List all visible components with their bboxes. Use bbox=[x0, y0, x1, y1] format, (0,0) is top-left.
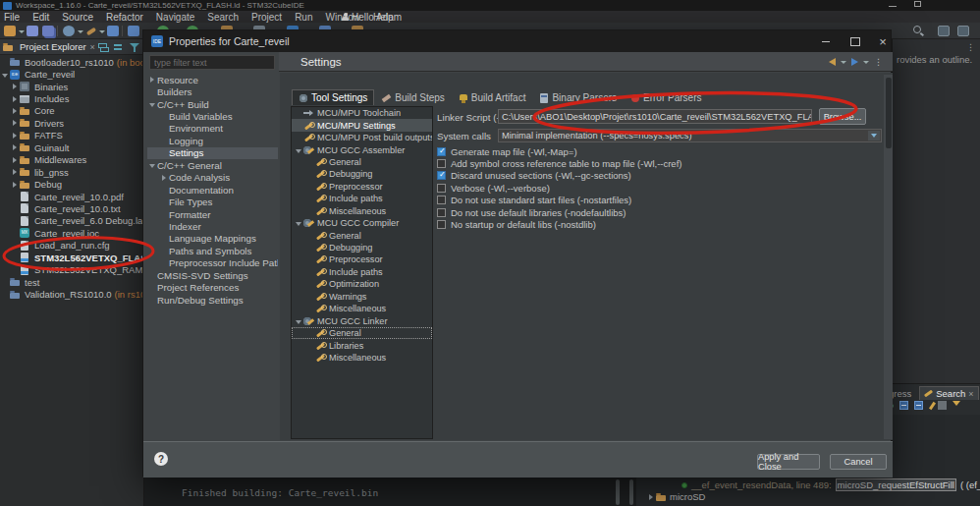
tree-item[interactable]: Drivers bbox=[0, 117, 143, 129]
debug-icon[interactable] bbox=[128, 26, 139, 36]
close-icon[interactable]: × bbox=[90, 42, 95, 52]
project-explorer-tab[interactable]: Project Explorer × bbox=[0, 39, 143, 55]
nav-item[interactable]: Language Mappings bbox=[147, 233, 278, 245]
menu-item[interactable]: Refactor bbox=[106, 12, 143, 23]
checkbox[interactable] bbox=[437, 147, 446, 156]
expand-chevron[interactable] bbox=[10, 131, 20, 141]
expand-chevron[interactable] bbox=[305, 243, 315, 253]
settings-tab[interactable]: Tool Settings bbox=[292, 89, 374, 105]
nav-item[interactable]: Settings bbox=[147, 147, 278, 159]
menu-item[interactable]: Project bbox=[251, 12, 282, 23]
apply-and-close-button[interactable]: Apply and Close bbox=[757, 454, 820, 470]
menu-item[interactable]: Run bbox=[295, 12, 312, 23]
nav-item[interactable]: Logging bbox=[147, 135, 278, 146]
expand-chevron[interactable] bbox=[294, 218, 303, 228]
console-scrollbar[interactable] bbox=[616, 479, 620, 505]
filter-input[interactable] bbox=[149, 55, 275, 70]
expand-chevron[interactable] bbox=[0, 57, 10, 67]
nav-item[interactable]: Indexer bbox=[147, 220, 278, 232]
search-icon[interactable] bbox=[913, 26, 921, 33]
nav-item[interactable]: Documentation bbox=[147, 184, 278, 196]
expand-chevron[interactable] bbox=[10, 216, 20, 226]
tool-tree-item[interactable]: Libraries bbox=[292, 339, 432, 351]
expand-chevron[interactable] bbox=[294, 145, 303, 155]
close-icon[interactable]: × bbox=[968, 389, 973, 399]
expand-all-icon[interactable] bbox=[899, 401, 908, 410]
dialog-titlebar[interactable]: IDE Properties for Carte_reveil bbox=[143, 30, 891, 52]
menu-item[interactable]: Navigate bbox=[156, 12, 194, 23]
scrollbar-thumb[interactable] bbox=[886, 78, 892, 148]
expand-chevron[interactable] bbox=[0, 70, 10, 80]
expand-chevron[interactable] bbox=[10, 203, 20, 213]
console-scrollbar[interactable] bbox=[629, 479, 633, 505]
expand-chevron[interactable] bbox=[10, 155, 20, 165]
expand-chevron[interactable] bbox=[305, 254, 315, 264]
tree-item[interactable]: STM32L562VETXQ_FLASH.ld bbox=[0, 252, 143, 263]
expand-chevron[interactable] bbox=[646, 492, 656, 502]
expand-chevron[interactable] bbox=[147, 295, 157, 305]
option-row[interactable]: Generate map file (-Wl,-Map=) bbox=[437, 145, 869, 157]
settings-tab[interactable]: Error Parsers bbox=[625, 90, 707, 105]
expand-chevron[interactable] bbox=[305, 194, 315, 203]
settings-tab[interactable]: Binary Parsers bbox=[533, 90, 623, 105]
menu-item[interactable]: Search bbox=[207, 12, 239, 23]
expand-chevron[interactable] bbox=[305, 231, 315, 241]
expand-chevron[interactable] bbox=[305, 328, 315, 338]
save-icon[interactable] bbox=[27, 26, 38, 36]
expand-chevron[interactable] bbox=[0, 290, 10, 300]
checkbox[interactable] bbox=[437, 196, 446, 204]
tool-tree-item[interactable]: Optimization bbox=[292, 278, 432, 290]
nav-item[interactable]: Run/Debug Settings bbox=[147, 294, 278, 306]
nav-item[interactable]: C/C++ General bbox=[147, 159, 278, 171]
calculator-icon[interactable] bbox=[107, 26, 119, 36]
expand-chevron[interactable] bbox=[305, 292, 315, 302]
tree-item[interactable]: Core bbox=[0, 105, 143, 117]
system-calls-select[interactable]: Minimal implementation (--specs=nosys.sp… bbox=[498, 129, 882, 142]
expand-chevron[interactable] bbox=[147, 75, 157, 84]
view-menu-icon[interactable]: ⋮ bbox=[966, 42, 975, 52]
expand-chevron[interactable] bbox=[147, 283, 157, 293]
expand-chevron[interactable] bbox=[10, 94, 20, 104]
view-menu-icon[interactable]: ⋮ bbox=[874, 57, 883, 67]
nav-item[interactable]: Formatter bbox=[147, 208, 278, 220]
chevron-down-icon[interactable] bbox=[868, 131, 880, 141]
tool-tree-item[interactable]: MCU GCC Assembler bbox=[292, 143, 432, 155]
minimize-icon[interactable] bbox=[813, 30, 839, 52]
tree-item[interactable]: Carte_reveil.ioc bbox=[0, 227, 143, 239]
expand-chevron[interactable] bbox=[305, 304, 315, 313]
save-all-icon[interactable] bbox=[42, 26, 54, 36]
tree-item[interactable]: test bbox=[0, 276, 143, 288]
option-row[interactable]: Add symbol cross reference table to map … bbox=[437, 157, 869, 169]
tree-item[interactable]: FATFS bbox=[0, 130, 143, 141]
expand-chevron[interactable] bbox=[147, 99, 157, 109]
expand-chevron[interactable] bbox=[10, 180, 20, 190]
option-row[interactable]: Discard unused sections (-Wl,--gc-sectio… bbox=[437, 170, 869, 182]
expand-chevron[interactable] bbox=[10, 253, 20, 262]
option-row[interactable]: Do not use standard start files (-nostar… bbox=[437, 195, 869, 206]
expand-chevron[interactable] bbox=[159, 221, 169, 231]
tool-tree-item[interactable]: Preprocessor bbox=[292, 181, 432, 193]
view-filter-icon[interactable] bbox=[953, 401, 961, 410]
cpp-perspective-icon[interactable] bbox=[957, 26, 969, 36]
menu-item[interactable]: Source bbox=[62, 12, 93, 23]
new-dropdown-icon[interactable] bbox=[19, 30, 25, 33]
forward-dropdown-icon[interactable] bbox=[863, 61, 869, 64]
expand-chevron[interactable] bbox=[159, 197, 169, 207]
nav-item[interactable]: Resource bbox=[147, 74, 278, 85]
tool-tree-item[interactable]: Warnings bbox=[292, 291, 432, 303]
tree-item[interactable]: Middlewares bbox=[0, 154, 143, 166]
expand-chevron[interactable] bbox=[294, 108, 303, 118]
tree-item[interactable]: Load_and_run.cfg bbox=[0, 240, 143, 252]
tree-item[interactable]: Validation_RS1010.0 (in rs1010_val bbox=[0, 288, 143, 300]
user-menu[interactable]: Hello Adam bbox=[342, 11, 402, 23]
expand-chevron[interactable] bbox=[305, 206, 315, 216]
expand-chevron[interactable] bbox=[159, 112, 169, 122]
expand-chevron[interactable] bbox=[305, 169, 315, 179]
expand-chevron[interactable] bbox=[159, 234, 169, 244]
expand-chevron[interactable] bbox=[10, 228, 20, 238]
back-icon[interactable] bbox=[829, 58, 836, 66]
nav-item[interactable]: Build Variables bbox=[147, 110, 278, 122]
tool-tree-item[interactable]: Include paths bbox=[292, 193, 432, 204]
browse-button[interactable]: Browse... bbox=[819, 108, 866, 125]
link-editor-icon[interactable] bbox=[114, 42, 124, 52]
